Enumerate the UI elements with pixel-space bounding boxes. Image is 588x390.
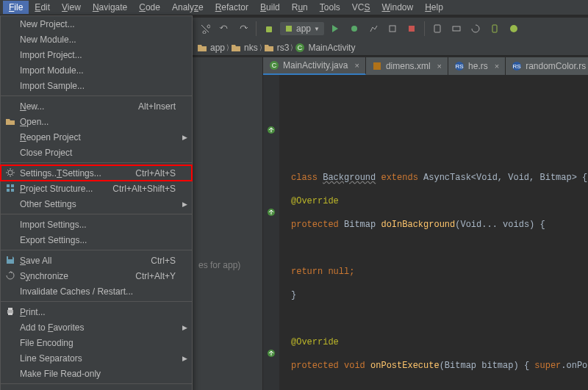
close-icon[interactable]: × bbox=[495, 62, 499, 71]
menu-window[interactable]: Window bbox=[376, 1, 419, 14]
menu-item-other-settings[interactable]: Other Settings▶ bbox=[1, 196, 192, 212]
svg-rect-22 bbox=[373, 62, 381, 70]
menu-item-synchronize[interactable]: SynchronizeCtrl+Alt+Y bbox=[1, 268, 192, 284]
android-icon-2[interactable] bbox=[506, 21, 522, 37]
menu-item-new-project[interactable]: New Project... bbox=[1, 16, 192, 32]
tab-he-rs[interactable]: RShe.rs× bbox=[448, 57, 506, 75]
run-icon[interactable] bbox=[327, 21, 343, 37]
menu-item-save-all[interactable]: Save AllCtrl+S bbox=[1, 253, 192, 268]
svg-rect-5 bbox=[8, 256, 12, 259]
svg-point-17 bbox=[510, 25, 517, 32]
menu-view[interactable]: View bbox=[56, 1, 87, 14]
menu-edit[interactable]: Edit bbox=[29, 1, 56, 14]
tab-dimens-xml[interactable]: dimens.xml× bbox=[366, 57, 448, 75]
svg-rect-7 bbox=[8, 308, 12, 310]
menu-item-print[interactable]: Print... bbox=[1, 304, 192, 319]
avd-icon[interactable] bbox=[429, 21, 445, 37]
attach-icon[interactable] bbox=[384, 21, 401, 37]
breadcrumb-separator-icon: ⟩ bbox=[259, 43, 262, 51]
menu-vcs[interactable]: VCS bbox=[346, 1, 376, 14]
menu-code[interactable]: Code bbox=[133, 1, 166, 14]
menu-separator bbox=[1, 301, 192, 302]
debug-icon[interactable] bbox=[346, 21, 362, 37]
menu-item-import-settings[interactable]: Import Settings... bbox=[1, 217, 192, 232]
menu-item-new-module[interactable]: New Module... bbox=[1, 32, 192, 47]
blank-icon bbox=[5, 131, 17, 143]
menu-help[interactable]: Help bbox=[419, 1, 449, 14]
menu-item-make-file-read-only[interactable]: Make File Read-only bbox=[1, 366, 192, 381]
menu-item-label: Print... bbox=[20, 307, 176, 317]
menu-item-project-structure[interactable]: Project Structure...Ctrl+Alt+Shift+S bbox=[1, 181, 192, 196]
stop-icon[interactable] bbox=[404, 21, 420, 37]
editor-tabs: CMainActivity.java×dimens.xml×RShe.rs×RS… bbox=[263, 57, 588, 75]
menu-item-import-module[interactable]: Import Module... bbox=[1, 62, 192, 78]
menu-shortcut: Ctrl+Alt+S bbox=[135, 168, 176, 178]
menu-navigate[interactable]: Navigate bbox=[87, 1, 133, 14]
undo-icon[interactable] bbox=[216, 21, 232, 37]
svg-text:RS: RS bbox=[455, 63, 463, 70]
menu-item-export-settings[interactable]: Export Settings... bbox=[1, 232, 192, 248]
run-config-selector[interactable]: app ▼ bbox=[280, 22, 324, 35]
device-icon[interactable] bbox=[487, 21, 503, 37]
menu-item-label: Add to Favorites bbox=[20, 322, 176, 333]
svg-text:C: C bbox=[272, 62, 277, 69]
svg-rect-1 bbox=[7, 184, 10, 187]
menu-build[interactable]: Build bbox=[254, 1, 286, 14]
menu-item-reopen-project[interactable]: Reopen Project▶ bbox=[1, 129, 192, 145]
menu-item-settings[interactable]: Settings..TSettings...Ctrl+Alt+S bbox=[1, 165, 192, 181]
menu-item-power-save-mode[interactable]: Power Save Mode bbox=[1, 386, 192, 390]
menu-item-new[interactable]: New...Alt+Insert bbox=[1, 98, 192, 114]
tab-randomcolor-rs[interactable]: RSrandomColor.rs× bbox=[506, 57, 588, 75]
menu-item-open[interactable]: Open... bbox=[1, 114, 192, 129]
submenu-arrow-icon: ▶ bbox=[182, 134, 187, 141]
breadcrumb-app[interactable]: app bbox=[197, 43, 225, 53]
menu-separator bbox=[1, 214, 192, 214]
override-icon[interactable] bbox=[266, 125, 276, 135]
menu-item-add-to-favorites[interactable]: Add to Favorites▶ bbox=[1, 319, 192, 335]
sync-icon[interactable] bbox=[467, 21, 484, 37]
menu-item-label: Reopen Project bbox=[20, 132, 176, 142]
tab-mainactivity-java[interactable]: CMainActivity.java× bbox=[263, 57, 366, 75]
menu-run[interactable]: Run bbox=[286, 1, 314, 14]
override-icon[interactable] bbox=[266, 207, 276, 217]
svg-text:RS: RS bbox=[513, 63, 521, 70]
menu-item-import-project[interactable]: Import Project... bbox=[1, 47, 192, 62]
breadcrumb-mainactivity[interactable]: CMainActivity bbox=[295, 43, 355, 53]
redo-icon[interactable] bbox=[235, 21, 251, 37]
breadcrumb-rs3[interactable]: rs3 bbox=[264, 43, 290, 53]
svg-rect-12 bbox=[390, 26, 395, 32]
svg-rect-14 bbox=[434, 25, 440, 32]
blank-icon bbox=[5, 219, 17, 231]
breadcrumb-separator-icon: ⟩ bbox=[290, 43, 293, 51]
menu-refactor[interactable]: Refactor bbox=[209, 1, 254, 14]
menu-item-file-encoding[interactable]: File Encoding bbox=[1, 335, 192, 350]
menu-file[interactable]: File bbox=[3, 1, 29, 14]
menu-item-label: File Encoding bbox=[20, 338, 176, 348]
menu-separator bbox=[1, 383, 192, 384]
blank-icon bbox=[5, 80, 17, 92]
menu-item-label: Line Separators bbox=[20, 353, 176, 364]
close-icon[interactable]: × bbox=[354, 61, 359, 70]
menu-item-invalidate-caches-restart[interactable]: Invalidate Caches / Restart... bbox=[1, 284, 192, 299]
profile-icon[interactable] bbox=[365, 21, 381, 37]
menu-item-label: Project Structure... bbox=[20, 184, 112, 194]
menu-tools[interactable]: Tools bbox=[314, 1, 346, 14]
blank-icon bbox=[5, 234, 17, 246]
menu-analyze[interactable]: Analyze bbox=[166, 1, 209, 14]
breadcrumb-nks[interactable]: nks bbox=[231, 43, 258, 53]
android-icon[interactable] bbox=[261, 21, 277, 37]
sdk-icon[interactable] bbox=[448, 21, 465, 37]
save-icon bbox=[5, 255, 17, 267]
blank-icon bbox=[5, 198, 17, 210]
close-icon[interactable]: × bbox=[437, 62, 442, 71]
cut-icon[interactable] bbox=[197, 21, 213, 37]
code-editor[interactable]: class Background extends AsyncTask<Void,… bbox=[263, 75, 588, 390]
menu-item-close-project[interactable]: Close Project bbox=[1, 145, 192, 160]
override-icon[interactable] bbox=[266, 348, 276, 358]
menu-shortcut: Ctrl+S bbox=[151, 256, 176, 266]
menu-item-line-separators[interactable]: Line Separators▶ bbox=[1, 350, 192, 366]
svg-rect-15 bbox=[453, 26, 460, 31]
menu-item-label: Import Module... bbox=[20, 65, 176, 76]
settings-icon bbox=[5, 167, 17, 179]
menu-item-import-sample[interactable]: Import Sample... bbox=[1, 78, 192, 93]
